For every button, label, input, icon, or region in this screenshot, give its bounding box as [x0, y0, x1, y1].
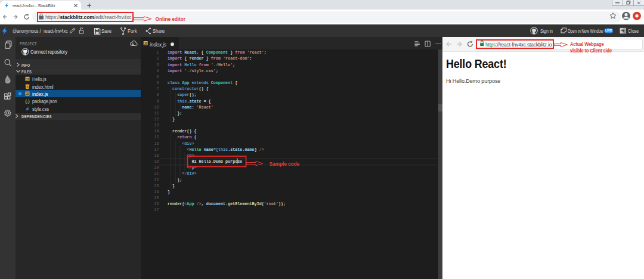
svg-text:{.}: {.} [25, 98, 30, 104]
svg-text:LIVE: LIVE [605, 29, 612, 32]
svg-text:JS: JS [26, 78, 29, 81]
svg-text:5: 5 [27, 86, 29, 89]
svg-text:JS: JS [144, 42, 147, 45]
svg-text:#: # [26, 106, 29, 111]
svg-text:JS: JS [26, 92, 29, 95]
